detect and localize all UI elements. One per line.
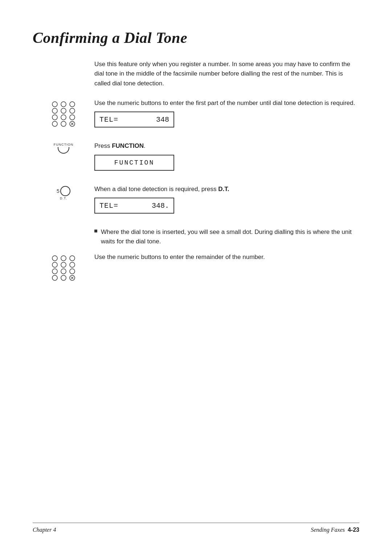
footer-page-number: 4-23: [348, 527, 359, 533]
svg-point-16: [70, 256, 75, 261]
step-1-section: Use the numeric buttons to enter the fir…: [33, 98, 359, 133]
step-1-right: Use the numeric buttons to enter the fir…: [94, 98, 359, 133]
svg-point-7: [61, 115, 66, 120]
page-footer: Chapter 4 Sending Faxes 4-23: [33, 523, 359, 533]
dt-label: D.T.: [60, 197, 67, 200]
step-2-text: Press FUNCTION.: [94, 141, 359, 151]
svg-point-14: [52, 256, 57, 261]
step-2-left: FUNCTION: [33, 141, 94, 154]
bullet-note: Where the dial tone is inserted, you wil…: [94, 227, 359, 246]
svg-point-19: [70, 262, 75, 267]
page-title: Confirming a Dial Tone: [33, 29, 359, 46]
keypad-1: [49, 100, 78, 129]
step-4-section: Use the numeric buttons to enter the rem…: [33, 252, 359, 283]
step-1-text: Use the numeric buttons to enter the fir…: [94, 98, 359, 108]
page: Confirming a Dial Tone Use this feature …: [0, 0, 392, 555]
footer-section: Sending Faxes: [311, 527, 345, 533]
svg-point-9: [52, 121, 57, 126]
step-3-text: When a dial tone detection is required, …: [94, 185, 359, 194]
step-2-right: Press FUNCTION. FUNCTION: [94, 141, 359, 175]
svg-point-4: [61, 108, 66, 113]
step-4-text: Use the numeric buttons to enter the rem…: [94, 252, 359, 262]
dt-button-area: 5 D.T.: [57, 186, 70, 200]
svg-point-10: [61, 121, 66, 126]
step-3-right: When a dial tone detection is required, …: [94, 185, 359, 219]
tel-value-2: 348.: [118, 202, 169, 210]
svg-point-1: [61, 102, 66, 107]
tel-label-2: TEL=: [99, 202, 118, 210]
step-4-left: [33, 252, 94, 283]
tel-label-1: TEL=: [99, 116, 118, 124]
svg-point-15: [61, 256, 66, 261]
tel-display-2: TEL= 348.: [94, 198, 174, 214]
svg-point-0: [52, 102, 57, 107]
function-button-label: FUNCTION: [54, 143, 74, 146]
svg-point-18: [61, 262, 66, 267]
dt-bold: D.T.: [218, 186, 229, 193]
svg-point-2: [70, 102, 75, 107]
step-3-display: TEL= 348.: [94, 198, 359, 219]
bullet-note-text: Where the dial tone is inserted, you wil…: [101, 227, 359, 246]
svg-point-24: [61, 275, 66, 280]
svg-point-20: [52, 269, 57, 274]
function-bold: FUNCTION: [112, 142, 144, 149]
svg-point-21: [61, 269, 66, 274]
svg-point-3: [52, 108, 57, 113]
svg-point-23: [52, 275, 57, 280]
svg-point-17: [52, 262, 57, 267]
svg-point-8: [70, 115, 75, 120]
footer-chapter: Chapter 4: [33, 527, 56, 533]
step-4-right: Use the numeric buttons to enter the rem…: [94, 252, 359, 266]
step-2-section: FUNCTION Press FUNCTION. FUNCTION: [33, 141, 359, 175]
step-3-left: 5 D.T.: [33, 185, 94, 200]
step-1-left: [33, 98, 94, 129]
tel-value-1: 348: [118, 116, 169, 124]
svg-point-22: [70, 269, 75, 274]
function-button-shape: [58, 147, 69, 154]
bullet-icon: [94, 230, 97, 232]
svg-point-6: [52, 115, 57, 120]
keypad-2: [49, 254, 78, 283]
function-display: FUNCTION: [94, 155, 174, 171]
svg-point-5: [70, 108, 75, 113]
intro-text: Use this feature only when you register …: [94, 60, 359, 88]
tel-display-1: TEL= 348: [94, 112, 174, 127]
step-1-display: TEL= 348: [94, 112, 359, 133]
dt-circle: [60, 186, 70, 196]
step-3-section: 5 D.T. When a dial tone detection is req…: [33, 185, 359, 219]
dt-number: 5: [57, 188, 60, 194]
footer-right: Sending Faxes 4-23: [311, 527, 359, 533]
